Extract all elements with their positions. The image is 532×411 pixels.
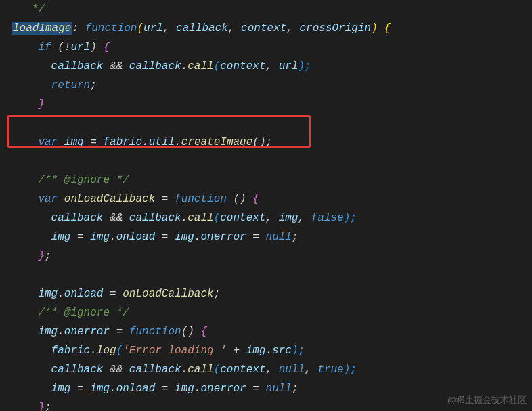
code-line xyxy=(12,265,520,284)
code-line: */ xyxy=(12,0,520,19)
code-line: img.onerror = function() { xyxy=(12,322,520,341)
selected-identifier: loadImage xyxy=(12,22,72,35)
jsdoc-comment: /** @ignore */ xyxy=(38,174,129,186)
code-line: }; xyxy=(12,246,520,265)
code-line: if (!url) { xyxy=(12,38,520,57)
code-line: img = img.onload = img.onerror = null; xyxy=(12,379,520,398)
code-line: callback && callback.call(context, img, … xyxy=(12,209,520,228)
code-line: /** @ignore */ xyxy=(12,303,520,322)
code-line: var onLoadCallback = function () { xyxy=(12,190,520,209)
code-line: img = img.onload = img.onerror = null; xyxy=(12,228,520,246)
code-line: var img = fabric.util.createImage(); xyxy=(12,133,520,152)
comment-end: */ xyxy=(12,3,45,16)
code-line: } xyxy=(12,95,520,114)
code-line: /** @ignore */ xyxy=(12,171,520,190)
code-editor[interactable]: */ loadImage: function(url, callback, co… xyxy=(0,0,532,411)
watermark: @稀土掘金技术社区 xyxy=(447,393,527,408)
code-line xyxy=(12,114,520,133)
code-line xyxy=(12,152,520,171)
code-line: img.onload = onLoadCallback; xyxy=(12,284,520,303)
code-line: }; xyxy=(12,398,520,411)
code-line: callback && callback.call(context, null,… xyxy=(12,360,520,379)
code-line: fabric.log('Error loading ' + img.src); xyxy=(12,341,520,360)
code-line: callback && callback.call(context, url); xyxy=(12,57,520,76)
jsdoc-comment: /** @ignore */ xyxy=(38,307,129,319)
code-line: loadImage: function(url, callback, conte… xyxy=(12,19,520,38)
code-line: return; xyxy=(12,76,520,95)
